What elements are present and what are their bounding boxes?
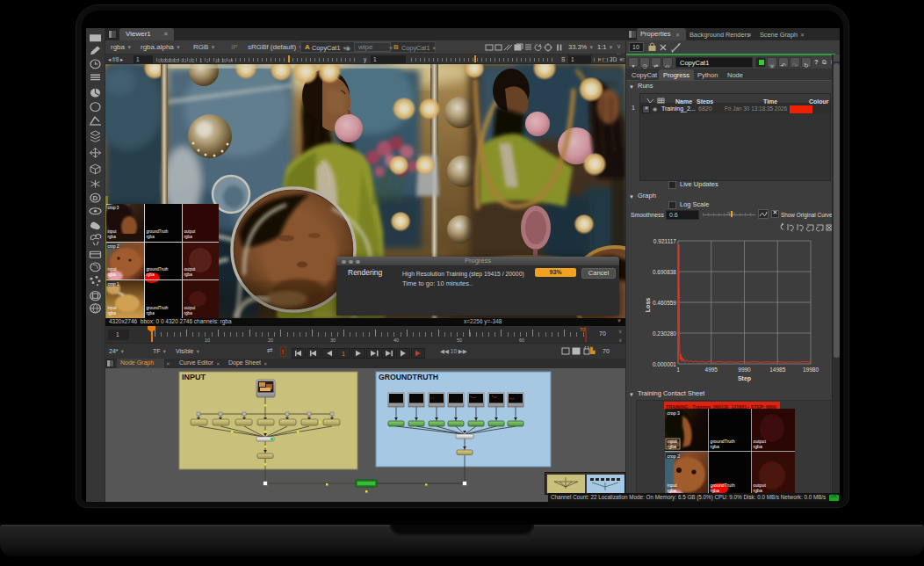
- svg-text:input: input: [108, 306, 118, 310]
- svg-text:rgba: rgba: [147, 311, 155, 316]
- svg-text:0.921117: 0.921117: [653, 238, 677, 244]
- svg-text:0.690838: 0.690838: [653, 269, 676, 275]
- svg-text:rgba: rgba: [147, 272, 155, 277]
- svg-text:input: input: [108, 267, 118, 272]
- svg-text:9990: 9990: [738, 366, 751, 373]
- svg-text:groundTruth: groundTruth: [147, 306, 169, 310]
- svg-text:groundTruth: groundTruth: [147, 267, 169, 272]
- svg-text:19980: 19980: [803, 366, 819, 373]
- svg-text:rgba: rgba: [754, 444, 762, 449]
- svg-text:rgba: rgba: [184, 235, 193, 239]
- svg-text:rgba: rgba: [184, 311, 193, 316]
- svg-text:0.000001: 0.000001: [653, 361, 676, 367]
- svg-text:1: 1: [676, 366, 680, 373]
- svg-text:1: 1: [342, 351, 345, 357]
- svg-text:0.460559: 0.460559: [653, 300, 676, 306]
- svg-text:crop 2: crop 2: [108, 244, 119, 249]
- svg-text:Loss: Loss: [645, 298, 651, 312]
- svg-text:crop 3: crop 3: [108, 206, 119, 210]
- svg-text:output: output: [184, 267, 196, 272]
- svg-text:Step: Step: [738, 375, 751, 382]
- svg-text:crop 3: crop 3: [668, 410, 681, 416]
- svg-text:rgba: rgba: [711, 444, 719, 449]
- svg-text:rgba: rgba: [184, 272, 193, 277]
- svg-text:crop 2: crop 2: [668, 454, 681, 459]
- svg-text:output: output: [184, 306, 196, 310]
- svg-text:D: D: [93, 195, 98, 202]
- svg-text:0.230280: 0.230280: [653, 330, 676, 337]
- svg-text:INPUT: INPUT: [182, 373, 206, 381]
- svg-text:GROUNDTRUTH: GROUNDTRUTH: [379, 373, 438, 381]
- svg-text:rgba: rgba: [668, 444, 676, 449]
- svg-text:rgba: rgba: [108, 272, 117, 277]
- svg-text:14985: 14985: [769, 366, 785, 373]
- svg-text:groundTruth: groundTruth: [147, 229, 169, 234]
- svg-text:rgba: rgba: [108, 311, 117, 316]
- svg-text:crop 1: crop 1: [108, 282, 119, 287]
- svg-text:rgba: rgba: [108, 235, 117, 239]
- svg-text:4995: 4995: [705, 366, 718, 373]
- svg-text:input: input: [108, 229, 118, 234]
- svg-text:rgba: rgba: [147, 235, 155, 239]
- svg-text:output: output: [184, 229, 196, 234]
